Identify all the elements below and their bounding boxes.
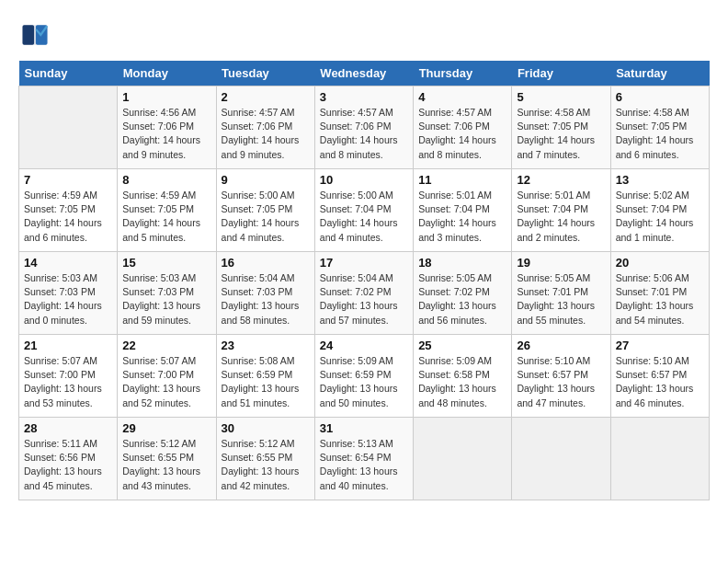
day-number: 17 (320, 256, 408, 270)
day-cell: 3Sunrise: 4:57 AM Sunset: 7:06 PM Daylig… (314, 86, 413, 169)
day-number: 11 (418, 173, 506, 187)
logo-icon (18, 18, 51, 52)
day-cell: 28Sunrise: 5:11 AM Sunset: 6:56 PM Dayli… (19, 418, 118, 500)
day-cell (414, 418, 512, 500)
day-info: Sunrise: 4:57 AM Sunset: 7:06 PM Dayligh… (222, 106, 310, 162)
day-info: Sunrise: 5:09 AM Sunset: 6:58 PM Dayligh… (418, 354, 506, 410)
day-number: 3 (320, 90, 408, 104)
day-cell (610, 418, 709, 500)
day-number: 12 (517, 173, 605, 187)
day-number: 6 (616, 90, 704, 104)
calendar-body: 1Sunrise: 4:56 AM Sunset: 7:06 PM Daylig… (19, 86, 710, 500)
day-cell: 29Sunrise: 5:12 AM Sunset: 6:55 PM Dayli… (118, 418, 216, 500)
day-number: 19 (517, 256, 605, 270)
day-cell: 9Sunrise: 5:00 AM Sunset: 7:05 PM Daylig… (216, 169, 314, 252)
day-number: 5 (517, 90, 605, 104)
day-number: 31 (320, 421, 408, 435)
day-info: Sunrise: 5:05 AM Sunset: 7:01 PM Dayligh… (517, 271, 605, 327)
day-info: Sunrise: 4:58 AM Sunset: 7:05 PM Dayligh… (517, 106, 605, 162)
week-row-1: 1Sunrise: 4:56 AM Sunset: 7:06 PM Daylig… (19, 86, 710, 169)
day-number: 23 (222, 339, 310, 352)
day-cell: 8Sunrise: 4:59 AM Sunset: 7:05 PM Daylig… (118, 169, 216, 252)
header-day-wednesday: Wednesday (314, 61, 413, 86)
day-cell: 12Sunrise: 5:01 AM Sunset: 7:04 PM Dayli… (512, 169, 610, 252)
day-number: 28 (24, 421, 112, 435)
day-number: 8 (122, 173, 210, 187)
day-info: Sunrise: 5:04 AM Sunset: 7:02 PM Dayligh… (320, 271, 408, 327)
day-cell: 23Sunrise: 5:08 AM Sunset: 6:59 PM Dayli… (216, 335, 314, 418)
day-info: Sunrise: 5:02 AM Sunset: 7:04 PM Dayligh… (616, 189, 704, 245)
day-cell: 31Sunrise: 5:13 AM Sunset: 6:54 PM Dayli… (314, 418, 413, 500)
week-row-4: 21Sunrise: 5:07 AM Sunset: 7:00 PM Dayli… (19, 335, 710, 418)
day-cell: 7Sunrise: 4:59 AM Sunset: 7:05 PM Daylig… (19, 169, 118, 252)
day-info: Sunrise: 4:59 AM Sunset: 7:05 PM Dayligh… (24, 189, 112, 245)
day-cell: 15Sunrise: 5:03 AM Sunset: 7:03 PM Dayli… (118, 252, 216, 335)
page-header (18, 18, 710, 52)
day-number: 29 (122, 421, 210, 435)
svg-rect-2 (23, 25, 35, 45)
day-cell: 6Sunrise: 4:58 AM Sunset: 7:05 PM Daylig… (610, 86, 709, 169)
day-cell: 26Sunrise: 5:10 AM Sunset: 6:57 PM Dayli… (512, 335, 610, 418)
day-cell: 19Sunrise: 5:05 AM Sunset: 7:01 PM Dayli… (512, 252, 610, 335)
header-day-friday: Friday (512, 61, 610, 86)
day-number: 15 (122, 256, 210, 270)
day-cell: 22Sunrise: 5:07 AM Sunset: 7:00 PM Dayli… (118, 335, 216, 418)
day-cell: 10Sunrise: 5:00 AM Sunset: 7:04 PM Dayli… (314, 169, 413, 252)
day-info: Sunrise: 5:03 AM Sunset: 7:03 PM Dayligh… (122, 271, 210, 327)
day-number: 1 (122, 90, 210, 104)
week-row-3: 14Sunrise: 5:03 AM Sunset: 7:03 PM Dayli… (19, 252, 710, 335)
day-cell: 27Sunrise: 5:10 AM Sunset: 6:57 PM Dayli… (610, 335, 709, 418)
header-day-saturday: Saturday (610, 61, 709, 86)
day-info: Sunrise: 5:01 AM Sunset: 7:04 PM Dayligh… (517, 189, 605, 245)
day-info: Sunrise: 4:57 AM Sunset: 7:06 PM Dayligh… (418, 106, 506, 162)
day-cell: 17Sunrise: 5:04 AM Sunset: 7:02 PM Dayli… (314, 252, 413, 335)
day-info: Sunrise: 5:08 AM Sunset: 6:59 PM Dayligh… (222, 354, 310, 410)
day-number: 21 (24, 339, 112, 352)
day-info: Sunrise: 5:11 AM Sunset: 6:56 PM Dayligh… (24, 437, 112, 493)
day-cell: 11Sunrise: 5:01 AM Sunset: 7:04 PM Dayli… (414, 169, 512, 252)
logo (18, 18, 57, 52)
day-cell: 18Sunrise: 5:05 AM Sunset: 7:02 PM Dayli… (414, 252, 512, 335)
day-cell: 14Sunrise: 5:03 AM Sunset: 7:03 PM Dayli… (19, 252, 118, 335)
day-number: 9 (222, 173, 310, 187)
day-info: Sunrise: 5:00 AM Sunset: 7:04 PM Dayligh… (320, 189, 408, 245)
day-cell: 2Sunrise: 4:57 AM Sunset: 7:06 PM Daylig… (216, 86, 314, 169)
day-number: 26 (517, 339, 605, 352)
day-number: 24 (320, 339, 408, 352)
day-info: Sunrise: 5:04 AM Sunset: 7:03 PM Dayligh… (222, 271, 310, 327)
day-cell: 1Sunrise: 4:56 AM Sunset: 7:06 PM Daylig… (118, 86, 216, 169)
day-info: Sunrise: 4:56 AM Sunset: 7:06 PM Dayligh… (122, 106, 210, 162)
day-number: 14 (24, 256, 112, 270)
day-info: Sunrise: 5:01 AM Sunset: 7:04 PM Dayligh… (418, 189, 506, 245)
day-info: Sunrise: 5:09 AM Sunset: 6:59 PM Dayligh… (320, 354, 408, 410)
day-number: 30 (222, 421, 310, 435)
day-info: Sunrise: 5:12 AM Sunset: 6:55 PM Dayligh… (122, 437, 210, 493)
day-number: 13 (616, 173, 704, 187)
day-number: 2 (222, 90, 310, 104)
day-cell: 21Sunrise: 5:07 AM Sunset: 7:00 PM Dayli… (19, 335, 118, 418)
header-day-monday: Monday (118, 61, 216, 86)
day-number: 16 (222, 256, 310, 270)
day-cell: 25Sunrise: 5:09 AM Sunset: 6:58 PM Dayli… (414, 335, 512, 418)
day-cell: 4Sunrise: 4:57 AM Sunset: 7:06 PM Daylig… (414, 86, 512, 169)
day-info: Sunrise: 4:59 AM Sunset: 7:05 PM Dayligh… (122, 189, 210, 245)
day-cell: 30Sunrise: 5:12 AM Sunset: 6:55 PM Dayli… (216, 418, 314, 500)
day-info: Sunrise: 5:06 AM Sunset: 7:01 PM Dayligh… (616, 271, 704, 327)
day-info: Sunrise: 5:10 AM Sunset: 6:57 PM Dayligh… (616, 354, 704, 410)
day-number: 7 (24, 173, 112, 187)
day-cell: 5Sunrise: 4:58 AM Sunset: 7:05 PM Daylig… (512, 86, 610, 169)
day-info: Sunrise: 5:05 AM Sunset: 7:02 PM Dayligh… (418, 271, 506, 327)
day-info: Sunrise: 5:00 AM Sunset: 7:05 PM Dayligh… (222, 189, 310, 245)
header-day-sunday: Sunday (19, 61, 118, 86)
day-number: 18 (418, 256, 506, 270)
day-info: Sunrise: 5:13 AM Sunset: 6:54 PM Dayligh… (320, 437, 408, 493)
day-number: 4 (418, 90, 506, 104)
day-cell (19, 86, 118, 169)
day-number: 27 (616, 339, 704, 352)
day-cell: 16Sunrise: 5:04 AM Sunset: 7:03 PM Dayli… (216, 252, 314, 335)
day-info: Sunrise: 4:58 AM Sunset: 7:05 PM Dayligh… (616, 106, 704, 162)
day-cell: 20Sunrise: 5:06 AM Sunset: 7:01 PM Dayli… (610, 252, 709, 335)
day-cell: 24Sunrise: 5:09 AM Sunset: 6:59 PM Dayli… (314, 335, 413, 418)
day-info: Sunrise: 5:03 AM Sunset: 7:03 PM Dayligh… (24, 271, 112, 327)
day-number: 20 (616, 256, 704, 270)
